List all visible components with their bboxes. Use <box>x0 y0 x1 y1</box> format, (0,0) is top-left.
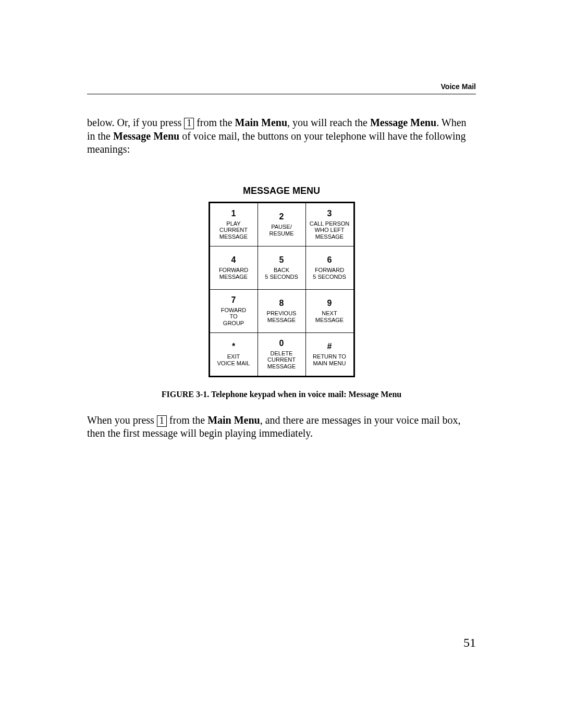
key-6: 6FORWARD5 SECONDS <box>305 246 354 289</box>
intro-text-3: , you will reach the <box>287 117 370 128</box>
key-0: 0DELETECURRENTMESSAGE <box>258 332 305 376</box>
key-label: PREVIOUSMESSAGE <box>259 310 304 323</box>
key-label: RETURN TOMAIN MENU <box>307 353 352 366</box>
key-num: * <box>211 342 256 351</box>
key-1-icon: 1 <box>157 415 167 427</box>
key-star: *EXITVOICE MAIL <box>209 332 258 376</box>
table-row: 4FORWARDMESSAGE 5BACK5 SECONDS 6FORWARD5… <box>209 246 354 289</box>
page-number: 51 <box>463 636 476 650</box>
key-7: 7FOWARDTOGROUP <box>209 289 258 332</box>
key-label: FORWARDMESSAGE <box>211 267 256 280</box>
key-num: 1 <box>211 209 256 218</box>
content-area: Voice Mail below. Or, if you press 1 fro… <box>87 82 476 440</box>
key-2: 2PAUSE/RESUME <box>258 202 305 246</box>
after-paragraph: When you press 1 from the Main Menu, and… <box>87 414 476 440</box>
keypad-title: MESSAGE MENU <box>87 186 476 196</box>
key-label: PAUSE/RESUME <box>259 224 304 237</box>
figure-caption: FIGURE 3-1. Telephone keypad when in voi… <box>87 390 476 399</box>
key-hash: #RETURN TOMAIN MENU <box>305 332 354 376</box>
key-num: 8 <box>259 299 304 308</box>
intro-bold-mainmenu: Main Menu <box>235 117 288 128</box>
after-text-2: from the <box>167 414 207 426</box>
table-row: 7FOWARDTOGROUP 8PREVIOUSMESSAGE 9NEXTMES… <box>209 289 354 332</box>
intro-paragraph: below. Or, if you press 1 from the Main … <box>87 116 476 156</box>
key-4: 4FORWARDMESSAGE <box>209 246 258 289</box>
key-num: 2 <box>259 212 304 221</box>
keypad-table: 1PLAYCURRENTMESSAGE 2PAUSE/RESUME 3CALL … <box>209 202 355 377</box>
intro-bold-messagemenu2: Message Menu <box>113 130 179 142</box>
key-label: FOWARDTOGROUP <box>211 307 256 327</box>
page: Voice Mail below. Or, if you press 1 fro… <box>0 0 563 728</box>
key-num: 3 <box>307 209 352 218</box>
key-3: 3CALL PERSONWHO LEFTMESSAGE <box>305 202 354 246</box>
key-label: DELETECURRENTMESSAGE <box>259 350 304 370</box>
key-9: 9NEXTMESSAGE <box>305 289 354 332</box>
key-label: BACK5 SECONDS <box>259 267 304 280</box>
key-num: 5 <box>259 255 304 265</box>
after-text-1: When you press <box>87 414 157 426</box>
key-num: 6 <box>307 255 352 265</box>
key-num: 9 <box>307 299 352 308</box>
after-bold-mainmenu: Main Menu <box>207 414 260 426</box>
intro-bold-messagemenu: Message Menu <box>370 117 436 128</box>
table-row: *EXITVOICE MAIL 0DELETECURRENTMESSAGE #R… <box>209 332 354 376</box>
table-row: 1PLAYCURRENTMESSAGE 2PAUSE/RESUME 3CALL … <box>209 202 354 246</box>
key-num: 7 <box>211 295 256 305</box>
key-1-icon: 1 <box>184 118 194 129</box>
key-label: NEXTMESSAGE <box>307 310 352 323</box>
header-rule <box>87 94 476 94</box>
key-label: FORWARD5 SECONDS <box>307 267 352 280</box>
key-label: PLAYCURRENTMESSAGE <box>211 220 256 240</box>
key-1: 1PLAYCURRENTMESSAGE <box>209 202 258 246</box>
intro-text-1: below. Or, if you press <box>87 117 184 128</box>
keypad-figure: MESSAGE MENU 1PLAYCURRENTMESSAGE 2PAUSE/… <box>87 186 476 399</box>
key-label: CALL PERSONWHO LEFTMESSAGE <box>307 220 352 240</box>
intro-text-2: from the <box>194 117 235 128</box>
key-label: EXITVOICE MAIL <box>211 353 256 366</box>
section-header: Voice Mail <box>87 82 476 91</box>
key-num: 4 <box>211 255 256 265</box>
key-8: 8PREVIOUSMESSAGE <box>258 289 305 332</box>
key-num: 0 <box>259 339 304 348</box>
key-num: # <box>307 342 352 351</box>
key-5: 5BACK5 SECONDS <box>258 246 305 289</box>
